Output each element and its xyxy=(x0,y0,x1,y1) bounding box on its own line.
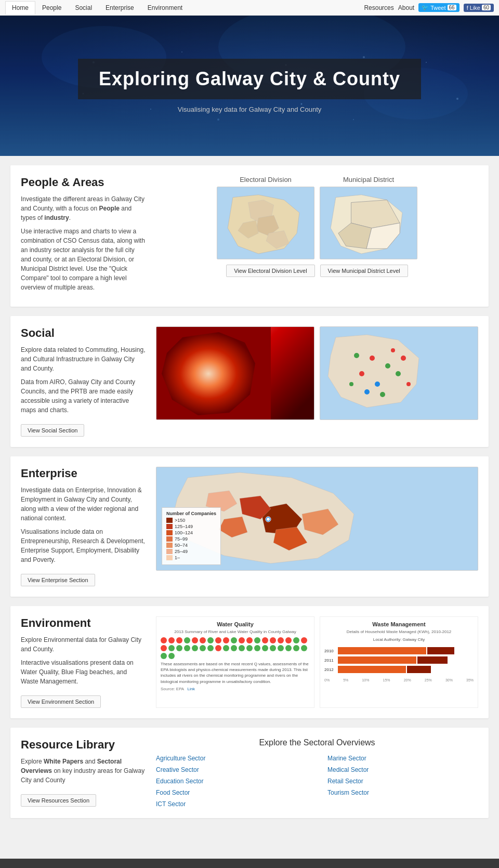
svg-point-18 xyxy=(456,98,458,100)
resources-link[interactable]: Resources xyxy=(364,4,393,11)
svg-point-29 xyxy=(401,356,406,361)
environment-visuals: Water Quality 2013 Summary of River and … xyxy=(156,616,478,708)
municipal-district-btn[interactable]: View Municipal District Level xyxy=(320,265,408,277)
wq-dot xyxy=(192,645,198,651)
wm-year-2012: 2012 xyxy=(324,667,336,672)
like-button[interactable]: f Like 60 xyxy=(464,4,494,12)
sector-medical[interactable]: Medical Sector xyxy=(327,766,478,773)
tweet-button[interactable]: 🐦 Tweet 66 xyxy=(418,3,459,12)
view-social-btn[interactable]: View Social Section xyxy=(21,424,84,437)
wq-dot xyxy=(270,645,276,651)
explore-title: Explore the Sectoral Overviews xyxy=(156,738,478,747)
wq-dot xyxy=(215,637,221,643)
wq-dot xyxy=(161,637,167,643)
legend-title: Number of Companies xyxy=(166,511,216,516)
wm-bar-container-2010 xyxy=(338,647,474,654)
wm-bar-2012: 2012 xyxy=(324,666,474,673)
environment-section: Environment Explore Environmental data f… xyxy=(10,606,489,718)
wm-bar-2010: 2010 xyxy=(324,647,474,654)
svg-point-26 xyxy=(396,371,401,376)
sector-retail[interactable]: Retail Sector xyxy=(327,778,478,785)
wq-dot xyxy=(161,653,167,659)
people-section: People & Areas Investigate the different… xyxy=(10,165,489,307)
enterprise-text: Enterprise Investigate data on Enterpris… xyxy=(21,467,146,586)
municipal-district-map: Municipal District xyxy=(320,176,417,259)
wq-dot xyxy=(223,637,229,643)
wq-dot-grid xyxy=(161,637,310,659)
wm-axis-35: 35% xyxy=(466,678,474,682)
svg-point-34 xyxy=(406,382,411,386)
wm-axis-30: 30% xyxy=(445,678,453,682)
social-pins-map xyxy=(320,326,478,420)
wq-link[interactable]: Link xyxy=(187,687,195,691)
nav-people[interactable]: People xyxy=(35,1,68,15)
legend-item-2: 125–149 xyxy=(166,524,216,529)
sector-marine[interactable]: Marine Sector xyxy=(327,755,478,762)
electoral-division-map: Electoral Division xyxy=(217,176,314,259)
nav-right: Resources About 🐦 Tweet 66 f Like 60 xyxy=(364,3,494,12)
resource-right: Explore the Sectoral Overviews Agricultu… xyxy=(156,738,478,808)
wq-title: Water Quality xyxy=(161,621,310,627)
heat-map-svg xyxy=(156,327,271,420)
sector-agriculture[interactable]: Agriculture Sector xyxy=(156,755,307,762)
sector-food[interactable]: Food Sector xyxy=(156,789,307,796)
legend-color-3 xyxy=(166,530,173,535)
like-label: Like xyxy=(470,5,480,11)
electoral-division-btn[interactable]: View Electoral Division Level xyxy=(226,265,314,277)
nav-social[interactable]: Social xyxy=(68,1,99,15)
legend-item-1: >150 xyxy=(166,518,216,523)
svg-point-12 xyxy=(426,62,427,63)
view-enterprise-btn[interactable]: View Enterprise Section xyxy=(21,574,95,586)
enterprise-desc1: Investigate data on Enterprise, Innovati… xyxy=(21,485,146,523)
about-link[interactable]: About xyxy=(398,4,414,11)
people-desc1: Investigate the different areas in Galwa… xyxy=(21,194,146,222)
legend-label-5: 50–74 xyxy=(175,543,188,548)
map1-label: Electoral Division xyxy=(240,176,292,183)
legend-color-1 xyxy=(166,518,173,523)
legend-item-6: 25–49 xyxy=(166,549,216,554)
svg-point-30 xyxy=(380,392,385,397)
sector-education[interactable]: Education Sector xyxy=(156,778,307,785)
spacer xyxy=(0,827,499,848)
twitter-icon: 🐦 xyxy=(422,4,429,11)
wq-dot xyxy=(278,637,284,643)
sector-ict[interactable]: ICT Sector xyxy=(156,800,307,808)
wm-axis-25: 25% xyxy=(425,678,432,682)
legend-color-6 xyxy=(166,549,173,554)
wq-note: These assessments are based on the most … xyxy=(161,661,310,685)
wm-title: Waste Management xyxy=(324,621,474,627)
view-resources-btn[interactable]: View Resources Section xyxy=(21,794,96,807)
wq-dot xyxy=(246,645,253,651)
wm-bar-container-2011 xyxy=(338,656,474,664)
people-title: People & Areas xyxy=(21,176,146,189)
wq-dot xyxy=(301,637,307,643)
svg-point-28 xyxy=(354,353,359,358)
sector-tourism[interactable]: Tourism Sector xyxy=(327,789,478,796)
sector-creative[interactable]: Creative Sector xyxy=(156,766,307,773)
facebook-icon: f xyxy=(467,5,468,11)
hero-subtitle: Visualising key data for Galway City and… xyxy=(178,106,322,113)
svg-point-25 xyxy=(359,371,364,376)
svg-point-17 xyxy=(353,119,354,120)
legend-label-7: 1– xyxy=(175,555,180,560)
svg-point-23 xyxy=(370,356,375,361)
electoral-map-svg xyxy=(217,187,314,259)
wq-dot xyxy=(254,637,260,643)
wm-subtitle: Details of Household Waste Managed (KWh)… xyxy=(324,629,474,634)
wq-dot xyxy=(231,645,237,651)
nav-environment[interactable]: Environment xyxy=(141,1,189,15)
legend-label-3: 100–124 xyxy=(175,530,193,535)
svg-point-32 xyxy=(391,348,395,352)
electoral-division-thumb xyxy=(217,187,314,259)
view-environment-btn[interactable]: View Environment Section xyxy=(21,695,101,708)
sector-links: Agriculture Sector Marine Sector Creativ… xyxy=(156,755,478,808)
wq-dot xyxy=(215,645,221,651)
nav-enterprise[interactable]: Enterprise xyxy=(99,1,141,15)
resource-title: Resource Library xyxy=(21,738,146,752)
social-text: Social Explore data related to Commuting… xyxy=(21,326,146,437)
legend-item-3: 100–124 xyxy=(166,530,216,535)
wq-source: Source: EPA Link xyxy=(161,687,310,691)
wq-dot xyxy=(168,653,175,659)
nav-home[interactable]: Home xyxy=(5,1,35,15)
wq-dot xyxy=(200,637,206,643)
